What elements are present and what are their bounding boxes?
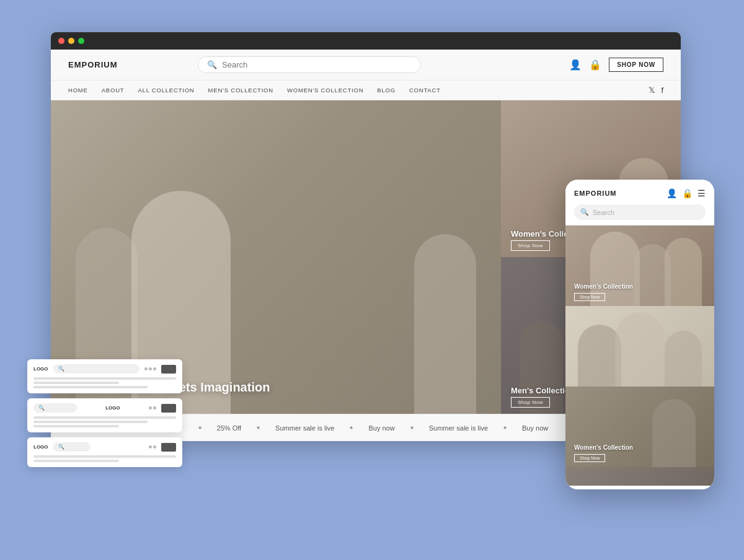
- search-icon: 🔍: [207, 60, 217, 69]
- mobile-women-btn-2[interactable]: Shop Now: [574, 454, 605, 462]
- widget-dot-5: [153, 406, 156, 409]
- widget-2-logo: LOGO: [82, 405, 144, 411]
- widget-1-logo: LOGO: [33, 366, 48, 372]
- mobile-search-icon: 🔍: [580, 208, 589, 216]
- mobile-lock-icon[interactable]: 🔒: [682, 188, 693, 198]
- widget-2-dots: [149, 406, 156, 409]
- widget-dot-7: [153, 445, 156, 448]
- widget-1-btn[interactable]: [161, 365, 176, 374]
- site-header: EMPORIUM 🔍 👤 🔒 SHOP NOW: [51, 50, 681, 81]
- widget-dot-1: [144, 367, 148, 370]
- mobile-women-btn[interactable]: Shop Now: [574, 293, 605, 301]
- widget-3-dots: [149, 445, 156, 448]
- facebook-icon[interactable]: f: [661, 85, 663, 95]
- widget-line-6: [33, 425, 119, 427]
- mobile-menu-icon[interactable]: ☰: [698, 188, 706, 198]
- widget-group: LOGO 🔍 🔍 LOGO: [27, 359, 182, 467]
- mobile-icons: 👤 🔒 ☰: [666, 188, 706, 198]
- widget-dot-6: [149, 445, 152, 448]
- widget-line-8: [33, 460, 119, 462]
- widget-line-5: [33, 421, 148, 423]
- marquee-dot-4: ★: [349, 425, 353, 431]
- mobile-women-label: Women's Collection: [574, 283, 633, 290]
- nav-about[interactable]: ABOUT: [102, 87, 125, 94]
- men-shop-button[interactable]: Shop Now: [511, 397, 550, 408]
- widget-3-search-icon: 🔍: [58, 444, 64, 450]
- user-icon[interactable]: 👤: [569, 59, 582, 71]
- widget-1-lines: [33, 377, 176, 388]
- widget-dot-2: [149, 367, 152, 370]
- widget-2-search-icon: 🔍: [38, 405, 45, 411]
- widget-2-lines: [33, 416, 176, 427]
- header-right: 👤 🔒 SHOP NOW: [569, 58, 663, 72]
- mobile-mockup: EMPORIUM 👤 🔒 ☰ 🔍 Search Women's Collecti…: [565, 180, 714, 489]
- marquee-dot-3: ★: [256, 425, 260, 431]
- lock-icon[interactable]: 🔒: [589, 59, 601, 71]
- mobile-search-placeholder: Search: [593, 209, 614, 216]
- marquee-dot-2: ★: [198, 425, 202, 431]
- nav-womens[interactable]: WOMEN'S COLLECTION: [287, 87, 363, 94]
- maximize-dot[interactable]: [78, 38, 84, 44]
- twitter-icon[interactable]: 𝕏: [649, 85, 655, 95]
- widget-dot-4: [149, 406, 152, 409]
- marquee-item-4: Summer sale is live: [275, 424, 334, 432]
- marquee-item-3: 25% Off: [217, 424, 242, 432]
- widget-dot-3: [153, 367, 156, 370]
- nav-mens[interactable]: MEN'S COLLECTION: [208, 87, 273, 94]
- widget-2-search[interactable]: 🔍: [33, 403, 77, 413]
- widget-line-2: [33, 382, 119, 384]
- mobile-logo: EMPORIUM: [574, 190, 617, 197]
- widget-1-search[interactable]: 🔍: [53, 364, 140, 374]
- nav-social: 𝕏 f: [649, 85, 663, 95]
- marquee-dot-6: ★: [503, 425, 507, 431]
- site-nav: HOME ABOUT ALL COLLECTION MEN'S COLLECTI…: [51, 81, 681, 100]
- close-dot[interactable]: [58, 38, 64, 44]
- shop-now-button[interactable]: SHOP NOW: [609, 58, 663, 72]
- widget-3-lines: [33, 455, 176, 462]
- mobile-header: EMPORIUM 👤 🔒 ☰ 🔍 Search: [565, 180, 714, 225]
- marquee-item-5: Buy now: [368, 424, 394, 432]
- widget-line-7: [33, 455, 176, 458]
- mobile-logo-row: EMPORIUM 👤 🔒 ☰: [574, 188, 706, 198]
- mobile-content: Women's Collection Shop Now Women's Coll…: [565, 225, 714, 486]
- mobile-card-men2: [565, 306, 714, 387]
- site-search-bar[interactable]: 🔍: [198, 56, 421, 73]
- mobile-search-bar[interactable]: 🔍 Search: [574, 204, 706, 220]
- widget-line-4: [33, 416, 176, 419]
- widget-1-row1: LOGO 🔍: [33, 364, 176, 374]
- search-input[interactable]: [222, 60, 412, 69]
- widget-2: 🔍 LOGO: [27, 398, 182, 432]
- widget-line-1: [33, 377, 176, 380]
- women-shop-button[interactable]: Shop Now: [511, 240, 550, 251]
- widget-1-dots: [144, 367, 156, 370]
- mobile-women-label-2: Women's Collection: [574, 444, 633, 451]
- widget-3-row1: LOGO 🔍: [33, 442, 176, 452]
- widget-1-search-icon: 🔍: [58, 366, 64, 372]
- nav-contact[interactable]: CONTACT: [409, 87, 441, 94]
- nav-all-collection[interactable]: ALL COLLECTION: [138, 87, 194, 94]
- widget-1: LOGO 🔍: [27, 359, 182, 393]
- widget-3-logo: LOGO: [33, 444, 48, 450]
- nav-blog[interactable]: BLOG: [377, 87, 396, 94]
- nav-home[interactable]: HOME: [68, 87, 88, 94]
- marquee-item-7: Buy now: [522, 424, 548, 432]
- mobile-card-women2: Women's Collection Shop Now: [565, 387, 714, 467]
- widget-line-3: [33, 386, 148, 388]
- widget-3-search[interactable]: 🔍: [53, 442, 91, 452]
- browser-titlebar: [51, 32, 681, 50]
- mobile-card-women: Women's Collection Shop Now: [565, 225, 714, 306]
- widget-3: LOGO 🔍: [27, 437, 182, 467]
- marquee-dot-5: ★: [410, 425, 414, 431]
- mobile-card-partial: [565, 467, 714, 486]
- marquee-item-6: Summer sale is live: [429, 424, 488, 432]
- minimize-dot[interactable]: [68, 38, 74, 44]
- widget-2-btn[interactable]: [161, 404, 176, 413]
- mobile-user-icon[interactable]: 👤: [666, 188, 677, 198]
- widget-3-btn[interactable]: [161, 443, 176, 452]
- site-logo: EMPORIUM: [68, 60, 118, 69]
- widget-2-row1: 🔍 LOGO: [33, 403, 176, 413]
